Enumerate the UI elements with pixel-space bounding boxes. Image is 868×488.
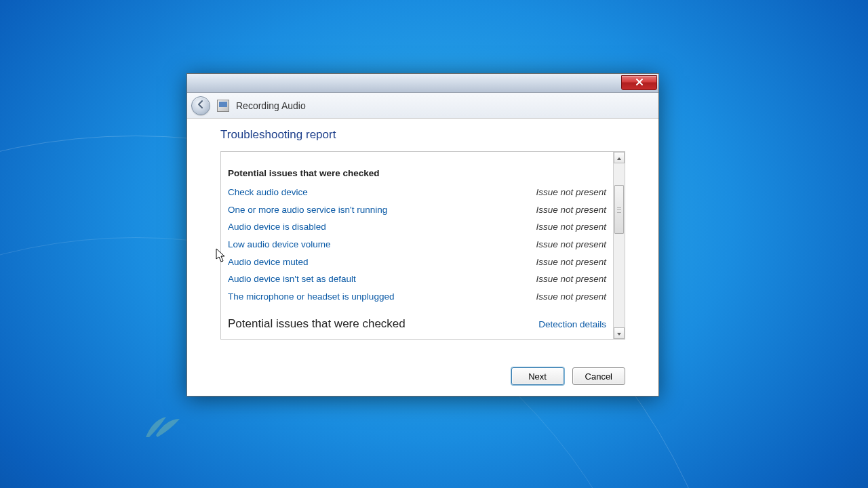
scrollbar-track[interactable] <box>614 163 625 327</box>
scroll-down-button[interactable] <box>614 327 625 339</box>
troubleshooter-window: Recording Audio Troubleshooting report P… <box>186 73 659 396</box>
wizard-title: Recording Audio <box>236 100 306 111</box>
troubleshooter-icon <box>217 100 229 112</box>
chevron-down-icon <box>616 327 622 340</box>
issue-link[interactable]: Audio device muted <box>228 253 309 271</box>
desktop-wallpaper: Recording Audio Troubleshooting report P… <box>0 0 868 488</box>
detection-details-link[interactable]: Detection details <box>538 319 606 329</box>
issue-row: One or more audio service isn't runningI… <box>228 201 606 219</box>
issue-status: Issue not present <box>536 218 606 236</box>
issue-link[interactable]: One or more audio service isn't running <box>228 201 387 219</box>
issue-link[interactable]: Low audio device volume <box>228 236 331 253</box>
scrollbar[interactable] <box>613 152 625 339</box>
report-panel: Potential issues that were checked Check… <box>220 151 625 340</box>
issue-status: Issue not present <box>536 270 606 288</box>
issue-row: The microphone or headset is unpluggedIs… <box>228 288 606 306</box>
issue-row: Audio device mutedIssue not present <box>228 253 606 271</box>
page-title: Troubleshooting report <box>220 128 625 142</box>
issue-row: Audio device isn't set as defaultIssue n… <box>228 270 606 288</box>
secondary-section-heading: Potential issues that were checked <box>228 317 406 331</box>
issue-status: Issue not present <box>536 253 606 271</box>
back-button[interactable] <box>191 96 210 115</box>
issue-row: Low audio device volumeIssue not present <box>228 236 606 253</box>
wizard-client-area: Troubleshooting report Potential issues … <box>190 119 656 393</box>
scroll-up-button[interactable] <box>614 152 625 163</box>
issue-link[interactable]: Check audio device <box>228 184 308 201</box>
issue-status: Issue not present <box>536 184 606 201</box>
issues-checked-heading: Potential issues that were checked <box>228 168 606 178</box>
issues-list: Check audio deviceIssue not presentOne o… <box>228 184 606 305</box>
cancel-button[interactable]: Cancel <box>572 367 625 385</box>
issue-link[interactable]: Audio device is disabled <box>228 218 326 236</box>
scrollbar-thumb[interactable] <box>614 185 624 234</box>
close-icon <box>635 77 644 89</box>
next-button[interactable]: Next <box>511 367 564 385</box>
issue-link[interactable]: Audio device isn't set as default <box>228 270 356 288</box>
issue-row: Audio device is disabledIssue not presen… <box>228 218 606 236</box>
issue-row: Check audio deviceIssue not present <box>228 184 606 201</box>
report-content: Potential issues that were checked Check… <box>221 152 613 339</box>
issue-link[interactable]: The microphone or headset is unplugged <box>228 288 394 306</box>
issue-status: Issue not present <box>536 236 606 253</box>
decor-leaf <box>142 407 183 441</box>
wizard-header: Recording Audio <box>187 93 658 119</box>
chevron-up-icon <box>616 152 622 164</box>
issue-status: Issue not present <box>536 201 606 219</box>
close-button[interactable] <box>621 75 657 90</box>
wizard-buttons: Next Cancel <box>511 367 625 385</box>
issue-status: Issue not present <box>536 288 606 306</box>
window-titlebar[interactable] <box>187 74 658 93</box>
arrow-left-icon <box>196 100 205 112</box>
